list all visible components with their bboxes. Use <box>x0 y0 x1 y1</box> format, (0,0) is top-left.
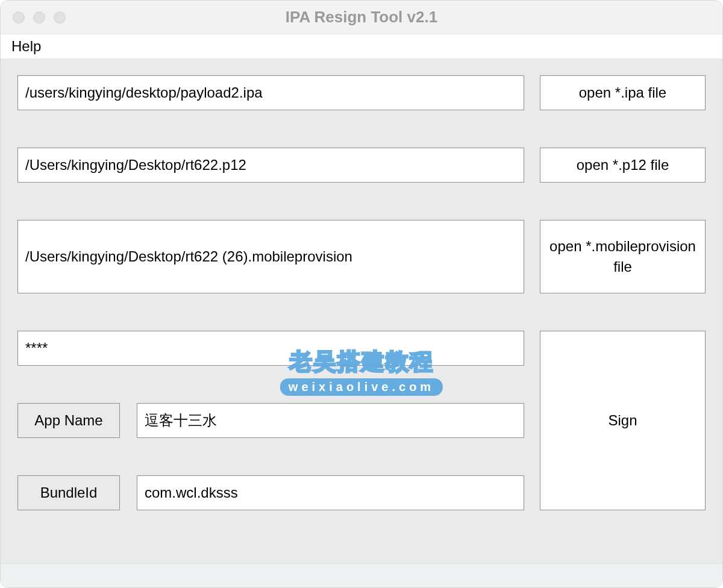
app-window: IPA Resign Tool v2.1 Help /users/kingyin… <box>0 0 723 588</box>
title-bar: IPA Resign Tool v2.1 <box>1 1 722 34</box>
zoom-icon[interactable] <box>54 11 66 23</box>
menu-bar: Help <box>1 34 722 58</box>
content-area: /users/kingying/desktop/payload2.ipa ope… <box>1 58 722 563</box>
open-p12-button[interactable]: open *.p12 file <box>540 148 706 183</box>
ipa-path-input[interactable]: /users/kingying/desktop/payload2.ipa <box>17 75 524 110</box>
open-mobileprovision-button[interactable]: open *.mobileprovision file <box>540 220 706 293</box>
app-name-input[interactable]: 逗客十三水 <box>137 403 524 438</box>
bundle-id-label: BundleId <box>17 475 120 510</box>
status-bar <box>1 563 722 587</box>
app-name-label: App Name <box>17 403 120 438</box>
menu-help[interactable]: Help <box>8 36 45 57</box>
open-ipa-button[interactable]: open *.ipa file <box>540 75 706 110</box>
password-input[interactable]: **** <box>17 331 524 366</box>
close-icon[interactable] <box>13 11 25 23</box>
traffic-lights <box>1 11 66 23</box>
minimize-icon[interactable] <box>33 11 45 23</box>
mobileprovision-path-input[interactable]: /Users/kingying/Desktop/rt622 (26).mobil… <box>17 220 524 293</box>
sign-button[interactable]: Sign <box>540 331 706 510</box>
p12-path-input[interactable]: /Users/kingying/Desktop/rt622.p12 <box>17 148 524 183</box>
bundle-id-input[interactable]: com.wcl.dksss <box>137 475 524 510</box>
window-title: IPA Resign Tool v2.1 <box>1 8 722 27</box>
